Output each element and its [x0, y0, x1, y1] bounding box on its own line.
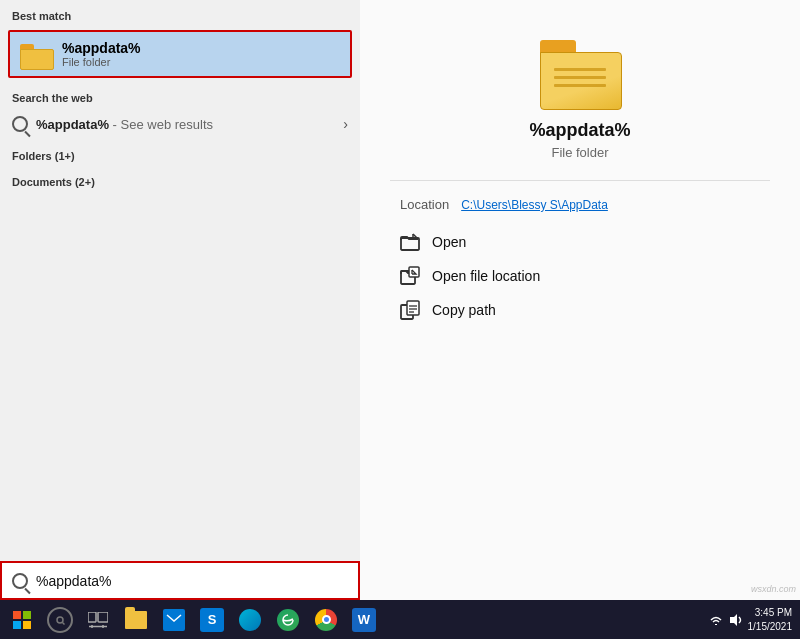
- detail-divider: [390, 180, 770, 181]
- svg-rect-16: [88, 612, 96, 622]
- web-search-item[interactable]: %appdata% - See web results ›: [0, 108, 360, 140]
- wifi-icon: [708, 612, 724, 628]
- best-match-item[interactable]: %appdata% File folder: [8, 30, 352, 78]
- folder-line-2: [554, 76, 606, 79]
- cortana-icon: [47, 607, 73, 633]
- search-icon: [12, 116, 28, 132]
- browser-icon: [239, 609, 261, 631]
- task-view-button[interactable]: [80, 602, 116, 638]
- svg-rect-13: [23, 621, 31, 629]
- folder-line-1: [554, 68, 606, 71]
- svg-line-15: [63, 622, 65, 624]
- folder-icon-large: [540, 40, 620, 108]
- web-search-header: Search the web: [0, 82, 360, 108]
- word-icon: W: [352, 608, 376, 632]
- detail-subtitle: File folder: [551, 145, 608, 160]
- system-tray: 3:45 PM 1/15/2021: [708, 606, 797, 634]
- open-file-location-label: Open file location: [432, 268, 540, 284]
- browser-button[interactable]: [232, 602, 268, 638]
- folders-header: Folders (1+): [0, 140, 360, 166]
- folder-lines: [554, 68, 606, 87]
- documents-header: Documents (2+): [0, 166, 360, 192]
- web-search-query: %appdata%: [36, 117, 109, 132]
- detail-location: Location C:\Users\Blessy S\AppData: [390, 197, 770, 212]
- chrome-button[interactable]: [308, 602, 344, 638]
- open-file-location-icon: [400, 266, 420, 286]
- cortana-button[interactable]: [42, 602, 78, 638]
- open-file-location-action[interactable]: Open file location: [400, 266, 760, 286]
- svg-rect-12: [13, 621, 21, 629]
- search-bar-icon: [12, 573, 28, 589]
- folder-line-3: [554, 84, 606, 87]
- volume-icon: [728, 612, 744, 628]
- svg-marker-22: [730, 614, 737, 626]
- start-button[interactable]: [4, 602, 40, 638]
- edge-button[interactable]: [270, 602, 306, 638]
- svg-rect-10: [13, 611, 21, 619]
- search-panel: Best match %appdata% File folder Search …: [0, 0, 360, 600]
- mail-icon: [163, 609, 185, 631]
- svg-rect-6: [407, 301, 419, 315]
- best-match-title: %appdata%: [62, 40, 141, 56]
- best-match-text: %appdata% File folder: [62, 40, 141, 68]
- watermark: wsxdn.com: [751, 584, 796, 594]
- clock[interactable]: 3:45 PM 1/15/2021: [748, 606, 793, 634]
- file-explorer-icon: [125, 611, 147, 629]
- svg-point-14: [57, 617, 63, 623]
- folder-icon-small: [20, 40, 52, 68]
- search-input[interactable]: [36, 573, 348, 589]
- store-button[interactable]: S: [194, 602, 230, 638]
- detail-panel: %appdata% File folder Location C:\Users\…: [360, 0, 800, 600]
- open-action[interactable]: Open: [400, 232, 760, 252]
- search-bar-container: [0, 561, 360, 600]
- best-match-subtitle: File folder: [62, 56, 141, 68]
- copy-path-action[interactable]: Copy path: [400, 300, 760, 320]
- copy-path-icon: [400, 300, 420, 320]
- file-explorer-button[interactable]: [118, 602, 154, 638]
- location-path[interactable]: C:\Users\Blessy S\AppData: [461, 198, 608, 212]
- taskbar: S W 3:4: [0, 600, 800, 639]
- location-label: Location: [400, 197, 449, 212]
- detail-actions: Open Open file location: [390, 232, 770, 320]
- detail-title: %appdata%: [529, 120, 630, 141]
- open-icon: [400, 232, 420, 252]
- edge-icon: [277, 609, 299, 631]
- word-button[interactable]: W: [346, 602, 382, 638]
- svg-rect-17: [98, 612, 108, 622]
- web-search-suffix: - See web results: [109, 117, 213, 132]
- open-label: Open: [432, 234, 466, 250]
- chevron-right-icon: ›: [343, 116, 348, 132]
- best-match-header: Best match: [0, 0, 360, 26]
- copy-path-label: Copy path: [432, 302, 496, 318]
- store-icon: S: [200, 608, 224, 632]
- web-search-text: %appdata% - See web results: [36, 117, 213, 132]
- mail-button[interactable]: [156, 602, 192, 638]
- svg-rect-11: [23, 611, 31, 619]
- chrome-icon: [315, 609, 337, 631]
